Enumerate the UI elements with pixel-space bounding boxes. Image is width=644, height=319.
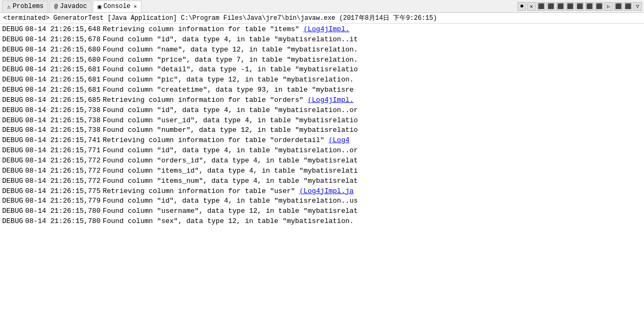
log-level: DEBUG bbox=[2, 217, 23, 227]
log-level: DEBUG bbox=[2, 156, 23, 166]
log-line: DEBUG08-14 21:26:15,681Found column "pic… bbox=[2, 75, 642, 85]
log-timestamp: 08-14 21:26:15,681 bbox=[25, 75, 100, 85]
log-message: Found column "username", data type 12, i… bbox=[102, 206, 358, 217]
log-message: Found column "user_id", data type 4, in … bbox=[102, 116, 358, 126]
log-line: DEBUG08-14 21:26:15,680Found column "pri… bbox=[2, 55, 642, 65]
log-message: Retrieving column information for table … bbox=[102, 136, 324, 146]
log-line: DEBUG08-14 21:26:15,680Found column "nam… bbox=[2, 45, 642, 55]
log-line: DEBUG08-14 21:26:15,780Found column "sex… bbox=[2, 217, 642, 227]
coverage-btn[interactable]: ⬛ bbox=[624, 2, 632, 11]
tab-problems[interactable]: ⚠ Problems bbox=[2, 1, 48, 12]
log-timestamp: 08-14 21:26:15,741 bbox=[25, 136, 100, 146]
log-timestamp: 08-14 21:26:15,678 bbox=[25, 35, 100, 45]
log-timestamp: 08-14 21:26:15,738 bbox=[25, 116, 100, 126]
word-wrap-btn[interactable]: ⬛ bbox=[556, 2, 565, 11]
log-timestamp: 08-14 21:26:15,771 bbox=[25, 146, 100, 156]
log-line: DEBUG08-14 21:26:15,681Found column "det… bbox=[2, 65, 642, 75]
log-timestamp: 08-14 21:26:15,680 bbox=[25, 45, 100, 55]
log-line: DEBUG08-14 21:26:15,685Retrieving column… bbox=[2, 95, 642, 106]
console-close-icon[interactable]: ✕ bbox=[134, 3, 137, 10]
log-line: DEBUG08-14 21:26:15,738Found column "num… bbox=[2, 125, 642, 136]
log-timestamp: 08-14 21:26:15,685 bbox=[25, 95, 100, 106]
log-timestamp: 08-14 21:26:15,772 bbox=[25, 176, 100, 187]
log-message: Retrieving column information for table … bbox=[102, 25, 299, 35]
log-message: Found column "price", data type 7, in ta… bbox=[102, 55, 358, 65]
scroll-lock-btn[interactable]: ⬛ bbox=[546, 2, 555, 11]
tab-bar-actions: ■ ✕ ⬛ ⬛ ⬛ ⬛ ⬛ ⬛ ⬛ ▷ ⬛ ⬛ ▽ bbox=[517, 2, 642, 11]
log-timestamp: 08-14 21:26:15,680 bbox=[25, 55, 100, 65]
view-menu-btn[interactable]: ▽ bbox=[633, 2, 642, 11]
new-console-btn[interactable]: ⬛ bbox=[575, 2, 584, 11]
tab-javadoc[interactable]: @ Javadoc bbox=[49, 1, 92, 12]
log-level: DEBUG bbox=[2, 125, 23, 136]
log-message: Found column "id", data type 4, in table… bbox=[102, 196, 358, 206]
clear-console-btn[interactable]: ⬛ bbox=[537, 2, 545, 11]
log-line: DEBUG08-14 21:26:15,648Retrieving column… bbox=[2, 25, 642, 35]
log-timestamp: 08-14 21:26:15,780 bbox=[25, 217, 100, 227]
log-message: Found column "items_num", data type 4, i… bbox=[102, 176, 358, 187]
tab-bar: ⚠ Problems @ Javadoc ▣ Console ✕ ■ ✕ ⬛ ⬛… bbox=[0, 0, 644, 13]
pin-console-btn[interactable]: ⬛ bbox=[566, 2, 574, 11]
log-timestamp: 08-14 21:26:15,779 bbox=[25, 196, 100, 206]
log-line: DEBUG08-14 21:26:15,780Found column "use… bbox=[2, 206, 642, 217]
log-message: Found column "number", data type 12, in … bbox=[102, 125, 358, 136]
log-line: DEBUG08-14 21:26:15,738Found column "use… bbox=[2, 116, 642, 126]
log-message: Found column "createtime", data type 93,… bbox=[102, 85, 353, 95]
log-message: Retrieving column information for table … bbox=[102, 187, 295, 197]
debug-btn[interactable]: ⬛ bbox=[614, 2, 623, 11]
log-timestamp: 08-14 21:26:15,681 bbox=[25, 85, 100, 95]
log-line: DEBUG08-14 21:26:15,681Found column "cre… bbox=[2, 85, 642, 95]
log-level: DEBUG bbox=[2, 35, 23, 45]
log-link[interactable]: (Log4jImpl. bbox=[308, 95, 354, 106]
log-line: DEBUG08-14 21:26:15,772Found column "ord… bbox=[2, 156, 642, 166]
log-level: DEBUG bbox=[2, 45, 23, 55]
terminated-bar: <terminated> GeneratorTest [Java Applica… bbox=[0, 13, 644, 24]
console-content[interactable]: DEBUG08-14 21:26:15,648Retrieving column… bbox=[0, 24, 644, 319]
log-level: DEBUG bbox=[2, 85, 23, 95]
tab-console[interactable]: ▣ Console ✕ bbox=[93, 1, 142, 12]
log-level: DEBUG bbox=[2, 25, 23, 35]
tab-console-label: Console bbox=[103, 3, 130, 10]
log-level: DEBUG bbox=[2, 176, 23, 187]
log-message: Found column "id", data type 4, in table… bbox=[102, 106, 358, 116]
log-message: Retrieving column information for table … bbox=[102, 95, 303, 106]
console-props-btn[interactable]: ⬛ bbox=[595, 2, 603, 11]
log-level: DEBUG bbox=[2, 116, 23, 126]
log-message: Found column "id", data type 4, in table… bbox=[102, 35, 358, 45]
log-level: DEBUG bbox=[2, 55, 23, 65]
log-line: DEBUG08-14 21:26:15,741Retrieving column… bbox=[2, 136, 642, 146]
log-message: Found column "id", data type 4, in table… bbox=[102, 146, 358, 156]
log-line: DEBUG08-14 21:26:15,771Found column "id"… bbox=[2, 146, 642, 156]
log-level: DEBUG bbox=[2, 196, 23, 206]
terminate-remove-btn[interactable]: ✕ bbox=[527, 2, 536, 11]
tab-javadoc-label: Javadoc bbox=[60, 3, 87, 10]
log-level: DEBUG bbox=[2, 95, 23, 106]
log-timestamp: 08-14 21:26:15,780 bbox=[25, 206, 100, 217]
log-level: DEBUG bbox=[2, 106, 23, 116]
log-level: DEBUG bbox=[2, 206, 23, 217]
log-link[interactable]: (Log4jImpl.ja bbox=[299, 187, 353, 197]
tab-problems-label: Problems bbox=[13, 3, 44, 10]
log-timestamp: 08-14 21:26:15,775 bbox=[25, 187, 100, 197]
log-message: Found column "orders_id", data type 4, i… bbox=[102, 156, 358, 166]
log-link[interactable]: (Log4jImpl. bbox=[304, 25, 350, 35]
log-line: DEBUG08-14 21:26:15,772Found column "ite… bbox=[2, 176, 642, 187]
terminate-btn[interactable]: ■ bbox=[517, 2, 526, 11]
log-timestamp: 08-14 21:26:15,738 bbox=[25, 125, 100, 136]
log-message: Found column "name", data type 12, in ta… bbox=[102, 45, 358, 55]
console-icon: ▣ bbox=[98, 3, 101, 10]
terminated-text: <terminated> GeneratorTest [Java Applica… bbox=[3, 13, 437, 23]
log-level: DEBUG bbox=[2, 146, 23, 156]
javadoc-icon: @ bbox=[54, 3, 58, 10]
log-level: DEBUG bbox=[2, 187, 23, 197]
log-timestamp: 08-14 21:26:15,681 bbox=[25, 65, 100, 75]
log-line: DEBUG08-14 21:26:15,775Retrieving column… bbox=[2, 187, 642, 197]
log-link[interactable]: (Log4 bbox=[329, 136, 350, 146]
log-line: DEBUG08-14 21:26:15,678Found column "id"… bbox=[2, 35, 642, 45]
log-timestamp: 08-14 21:26:15,772 bbox=[25, 156, 100, 166]
log-message: Found column "sex", data type 12, in tab… bbox=[102, 217, 353, 227]
run-btn[interactable]: ▷ bbox=[604, 2, 613, 11]
open-console-btn[interactable]: ⬛ bbox=[585, 2, 594, 11]
log-message: Found column "detail", data type -1, in … bbox=[102, 65, 358, 75]
log-message: Found column "pic", data type 12, in tab… bbox=[102, 75, 353, 85]
